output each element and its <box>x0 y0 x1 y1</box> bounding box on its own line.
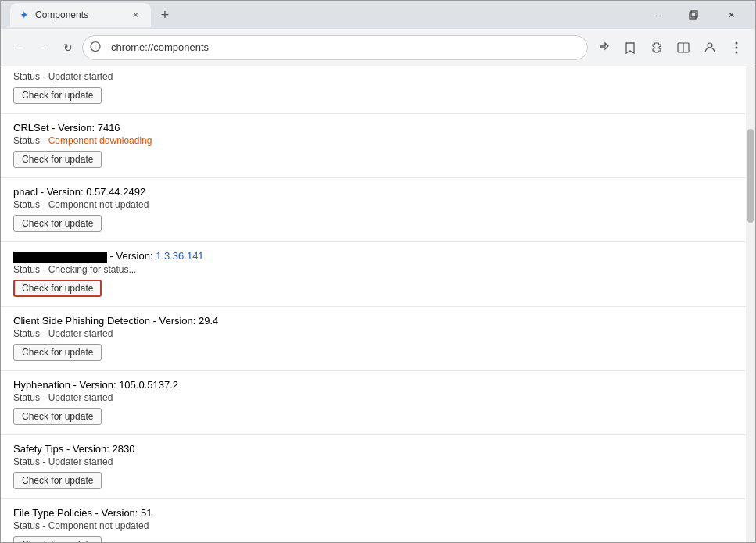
redacted-label <box>13 252 107 263</box>
component-status-hyphenation: Status - Updater started <box>13 392 733 403</box>
component-status-cspd: Status - Updater started <box>13 328 733 339</box>
check-button-hyphenation[interactable]: Check for update <box>13 408 102 425</box>
address-input[interactable] <box>82 35 588 60</box>
component-name-crlset: CRLSet - Version: 7416 <box>13 122 733 134</box>
profile-button[interactable] <box>697 35 722 60</box>
title-bar: ✦ Components ✕ + – ✕ <box>1 1 755 29</box>
component-item-cspd: Client Side Phishing Detection - Version… <box>1 307 746 371</box>
check-button-cspd[interactable]: Check for update <box>13 344 102 361</box>
address-input-wrapper: i <box>82 35 588 60</box>
toolbar-right <box>591 35 749 60</box>
partial-top-item: Status - Updater started Check for updat… <box>1 66 746 114</box>
check-button-redacted[interactable]: Check for update <box>13 280 102 297</box>
tab-icon: ✦ <box>20 9 29 21</box>
split-screen-button[interactable] <box>671 35 696 60</box>
svg-point-6 <box>708 43 712 48</box>
component-item-crlset: CRLSet - Version: 7416 Status - Componen… <box>1 114 746 178</box>
component-status-crlset: Status - Component downloading <box>13 135 733 146</box>
component-name-safety-tips: Safety Tips - Version: 2830 <box>13 443 733 455</box>
check-button-file-type-policies[interactable]: Check for update <box>13 536 102 542</box>
partial-status: Status - Updater started <box>13 71 733 82</box>
check-button-pnacl[interactable]: Check for update <box>13 215 102 232</box>
minimize-button[interactable]: – <box>638 2 674 27</box>
tab-close-button[interactable]: ✕ <box>129 9 142 21</box>
svg-point-8 <box>736 46 738 48</box>
menu-button[interactable] <box>724 35 749 60</box>
component-item-hyphenation: Hyphenation - Version: 105.0.5137.2 Stat… <box>1 371 746 435</box>
svg-point-7 <box>736 41 738 44</box>
svg-rect-1 <box>691 11 697 17</box>
component-name-redacted: - Version: 1.3.36.141 <box>13 250 733 263</box>
share-button[interactable] <box>591 35 616 60</box>
scrollbar-track[interactable] <box>746 66 755 542</box>
restore-button[interactable] <box>675 2 711 27</box>
svg-text:i: i <box>95 44 96 51</box>
address-bar: ← → ↻ i <box>1 29 755 66</box>
content-area: Status - Updater started Check for updat… <box>1 66 746 542</box>
browser-tab-components[interactable]: ✦ Components ✕ <box>10 3 151 27</box>
new-tab-button[interactable]: + <box>154 4 176 26</box>
component-name-hyphenation: Hyphenation - Version: 105.0.5137.2 <box>13 379 733 391</box>
scrollbar-thumb[interactable] <box>747 129 754 223</box>
page-content: Status - Updater started Check for updat… <box>1 66 755 542</box>
component-name-file-type-policies: File Type Policies - Version: 51 <box>13 507 733 519</box>
forward-button[interactable]: → <box>32 37 54 59</box>
svg-rect-0 <box>690 13 696 19</box>
secure-icon: i <box>90 41 101 54</box>
component-status-file-type-policies: Status - Component not updated <box>13 520 733 531</box>
bookmark-button[interactable] <box>618 35 643 60</box>
check-button-crlset[interactable]: Check for update <box>13 151 102 168</box>
refresh-button[interactable]: ↻ <box>57 37 79 59</box>
component-status-redacted: Status - Checking for status... <box>13 264 733 275</box>
window-frame: ✦ Components ✕ + – ✕ ← → ↻ i <box>0 0 756 543</box>
component-item-file-type-policies: File Type Policies - Version: 51 Status … <box>1 499 746 542</box>
tab-label: Components <box>35 9 88 20</box>
svg-point-9 <box>736 51 738 53</box>
component-item-safety-tips: Safety Tips - Version: 2830 Status - Upd… <box>1 435 746 499</box>
extensions-button[interactable] <box>644 35 669 60</box>
component-item-redacted: - Version: 1.3.36.141 Status - Checking … <box>1 242 746 307</box>
partial-check-button[interactable]: Check for update <box>13 87 102 104</box>
close-button[interactable]: ✕ <box>713 2 749 27</box>
component-status-pnacl: Status - Component not updated <box>13 199 733 210</box>
component-name-cspd: Client Side Phishing Detection - Version… <box>13 315 733 327</box>
component-name-pnacl: pnacl - Version: 0.57.44.2492 <box>13 186 733 198</box>
component-status-safety-tips: Status - Updater started <box>13 456 733 467</box>
check-button-safety-tips[interactable]: Check for update <box>13 472 102 489</box>
window-controls: – ✕ <box>638 2 749 27</box>
back-button[interactable]: ← <box>7 37 29 59</box>
component-item-pnacl: pnacl - Version: 0.57.44.2492 Status - C… <box>1 178 746 242</box>
